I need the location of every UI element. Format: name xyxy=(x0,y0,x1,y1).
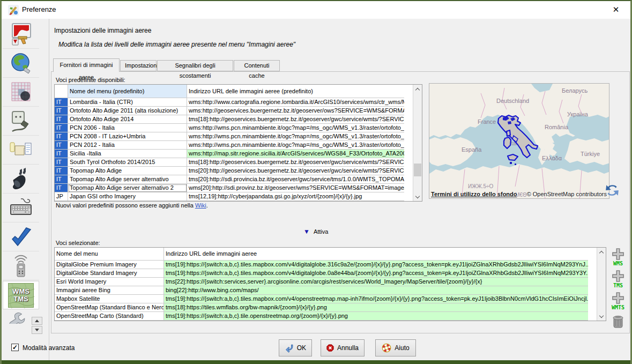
url-cell[interactable]: tms[19]:https://{switch:a,b,c}.tiles.map… xyxy=(164,261,588,269)
url-cell[interactable]: tms[22]:https://{switch:services,server}… xyxy=(164,278,588,286)
table-row[interactable]: Esri World Imagerytms[22]:https://{switc… xyxy=(55,278,606,286)
available-presets-table[interactable]: Nome del menu (predefinito) Indirizzo UR… xyxy=(54,84,422,202)
menu-name-cell[interactable]: Topomap Alto Adige xyxy=(68,167,187,175)
url-cell[interactable]: tms[19]:https://{switch:a,b,c}.tiles.map… xyxy=(164,295,588,303)
menu-name-cell[interactable]: DigitalGlobe Standard Imagery xyxy=(55,269,164,278)
cancel-button[interactable]: Annulla xyxy=(321,339,365,356)
url-cell[interactable]: tms[18]:http://geoservices.buergernetz.b… xyxy=(187,115,404,124)
menu-name-cell[interactable]: OpenStreetMap Carto (Standard) xyxy=(55,312,164,321)
add-wmts-button[interactable]: WMTS xyxy=(611,292,625,310)
menu-name-cell[interactable]: Topomap Alto Adige server alternativo xyxy=(68,175,187,184)
url-cell[interactable]: wms:http://geoservices.buergernetz.bz.it… xyxy=(187,107,404,115)
menu-name-cell[interactable]: PCN 2006 - Italia xyxy=(68,124,187,132)
header-name-column[interactable]: Nome del menu xyxy=(55,248,164,261)
country-code-cell[interactable]: IT xyxy=(55,158,68,167)
menu-name-cell[interactable]: Sicilia -Italia xyxy=(68,150,187,158)
sidebar-item-validator[interactable] xyxy=(3,223,39,251)
table-row[interactable]: ITLombardia - Italia (CTR)wms:http://www… xyxy=(55,98,422,107)
country-code-cell[interactable]: IT xyxy=(55,141,68,150)
table-row[interactable]: ITTopomap Alto Adigetms[20]:http://geose… xyxy=(55,167,422,175)
country-code-cell[interactable]: IT xyxy=(55,184,68,192)
table-row[interactable]: OpenStreetMap Carto (Standard)tms[19]:ht… xyxy=(55,312,606,321)
table-row[interactable]: ITOrtofoto Alto Adige 2014tms[18]:http:/… xyxy=(55,115,422,124)
menu-name-cell[interactable]: Japan GSI ortho Imagery xyxy=(68,192,187,201)
menu-name-cell[interactable]: Lombardia - Italia (CTR) xyxy=(68,98,187,107)
selected-entries-table[interactable]: Nome del menu Indirizzo URL delle immagi… xyxy=(54,247,606,321)
sidebar-scroll-up[interactable] xyxy=(32,317,42,325)
delete-entry-button[interactable] xyxy=(611,314,626,330)
activate-button[interactable]: ▼ Attiva xyxy=(303,227,328,236)
scroll-down-button[interactable] xyxy=(413,192,422,201)
sidebar-item-map-projection[interactable] xyxy=(3,78,39,107)
url-cell[interactable]: tms[19]:https://{switch:a,b,c}.tile.open… xyxy=(164,312,588,321)
sidebar-item-audio[interactable] xyxy=(3,165,39,194)
table-row[interactable]: ITSicilia -Italiawms:http://map.sitr.reg… xyxy=(55,150,422,158)
country-code-cell[interactable]: IT xyxy=(55,107,68,115)
wiki-link[interactable]: Wiki xyxy=(195,202,206,209)
country-code-cell[interactable]: IT xyxy=(55,167,68,175)
menu-name-cell[interactable]: Esri World Imagery xyxy=(55,278,164,286)
table-row[interactable]: Immagini aeree Bingbing[22]:http://www.b… xyxy=(55,286,606,295)
url-cell[interactable]: tms[19]:https://{switch:a,b,c}.tiles.map… xyxy=(164,269,588,278)
header-url-column[interactable]: Indirizzo URL delle immagini aeree (pred… xyxy=(187,85,404,98)
table-row[interactable]: ITPCN 2012 - Italiawms:http://wms.pcn.mi… xyxy=(55,141,422,150)
ok-button[interactable]: OK xyxy=(279,339,312,356)
menu-name-cell[interactable]: PCN 2008 - IT Lazio+Umbria xyxy=(68,132,187,141)
url-cell[interactable]: wms:http://wms.pcn.minambiente.it/ogc?ma… xyxy=(187,141,404,150)
titlebar[interactable]: Preferenze ✕ xyxy=(2,1,630,19)
map-terms-link[interactable]: Termini di utilizzo dello sfondo xyxy=(431,191,517,197)
url-cell[interactable]: bing[22]:http://www.bing.com/maps/ xyxy=(164,286,588,295)
map-preview[interactable]: Italia Deutschland France España Бел xyxy=(429,83,609,199)
menu-name-cell[interactable]: Mapbox Satellite xyxy=(55,295,164,303)
tab-offset-bookmarks[interactable]: Segnalibri degli scostamenti xyxy=(157,60,233,71)
url-cell[interactable]: tms[20]:http://geoservices.buergernetz.b… xyxy=(187,167,404,175)
url-cell[interactable]: wms:http://www.cartografia.regione.lomba… xyxy=(187,98,404,107)
table-row[interactable]: OpenStreetMap (Standard Bianco e Nero)tm… xyxy=(55,303,606,312)
tab-cache-contents[interactable]: Contenuti cache xyxy=(234,60,280,71)
tab-settings[interactable]: Impostazioni xyxy=(120,60,157,71)
table-row[interactable]: ITOrtofoto Alto Adige 2011 (alta risoluz… xyxy=(55,107,422,115)
close-icon[interactable]: ✕ xyxy=(609,4,623,16)
scrollbar-thumb[interactable] xyxy=(414,164,421,176)
header-name-column[interactable]: Nome del menu (predefinito) xyxy=(68,85,187,98)
url-cell[interactable]: tms[12,19]:http://cyberjapandata.gsi.go.… xyxy=(187,192,404,201)
advanced-mode-checkbox[interactable]: ✓ xyxy=(11,344,19,351)
menu-name-cell[interactable]: OpenStreetMap (Standard Bianco e Nero) xyxy=(55,303,164,312)
country-code-cell[interactable]: IT xyxy=(55,132,68,141)
table-row[interactable]: JPJapan GSI ortho Imagerytms[12,19]:http… xyxy=(55,192,422,201)
header-url-column[interactable]: Indirizzo URL delle immagini aeree xyxy=(164,248,588,261)
menu-name-cell[interactable]: DigitalGlobe Premium Imagery xyxy=(55,261,164,269)
scroll-up-button[interactable] xyxy=(413,85,422,93)
url-cell[interactable]: tms[20]:http://sdi.provincia.bz.it/geose… xyxy=(187,175,404,184)
map-refresh-button[interactable] xyxy=(605,183,620,198)
country-code-cell[interactable]: IT xyxy=(55,98,68,107)
url-cell[interactable]: tms[18]:http://geoservices.buergernetz.b… xyxy=(187,158,404,167)
table-row[interactable]: ITPCN 2006 - Italiawms:http://wms.pcn.mi… xyxy=(55,124,422,132)
menu-name-cell[interactable]: PCN 2012 - Italia xyxy=(68,141,187,150)
url-cell[interactable]: tms[18]:https://tiles.wmflabs.org/bw-map… xyxy=(164,303,588,312)
sidebar-item-remote-control[interactable] xyxy=(3,252,39,280)
table-row[interactable]: Mapbox Satellitetms[19]:https://{switch:… xyxy=(55,295,606,303)
add-wms-button[interactable]: WMS xyxy=(611,248,625,266)
country-code-cell[interactable]: IT xyxy=(55,124,68,132)
table-row[interactable]: ITPCN 2008 - IT Lazio+Umbriawms:http://w… xyxy=(55,132,422,141)
country-code-cell[interactable]: JP xyxy=(55,192,68,201)
table-row[interactable]: ITSouth Tyrol Orthofoto 2014/2015tms[18]… xyxy=(55,158,422,167)
sidebar-item-imagery-wms-tms[interactable]: WMS TMS xyxy=(3,281,39,309)
menu-name-cell[interactable]: Topomap Alto Adige server alternativo 2 xyxy=(68,184,187,192)
add-tms-button[interactable]: TMS xyxy=(611,270,625,288)
url-cell[interactable]: wms:http://wms.pcn.minambiente.it/ogc?ma… xyxy=(187,132,404,141)
sidebar-scroll-down[interactable] xyxy=(32,326,42,334)
country-code-cell[interactable]: IT xyxy=(55,115,68,124)
available-table-scrollbar[interactable] xyxy=(413,85,422,201)
sidebar-item-connection[interactable] xyxy=(3,49,39,78)
sidebar-item-display[interactable] xyxy=(3,20,39,49)
url-cell[interactable]: wms[20]:http://sdi.provinz.bz.it/geoserv… xyxy=(187,184,404,192)
table-row[interactable]: ITTopomap Alto Adige server alternativo … xyxy=(55,184,422,192)
table-row[interactable]: DigitalGlobe Premium Imagerytms[19]:http… xyxy=(55,261,606,269)
table-row[interactable]: DigitalGlobe Standard Imagerytms[19]:htt… xyxy=(55,269,606,278)
header-flag-column[interactable] xyxy=(55,85,68,98)
scroll-up-button[interactable] xyxy=(597,248,606,256)
table-row[interactable]: ITTopomap Alto Adige server alternativot… xyxy=(55,175,422,184)
menu-name-cell[interactable]: South Tyrol Orthofoto 2014/2015 xyxy=(68,158,187,167)
